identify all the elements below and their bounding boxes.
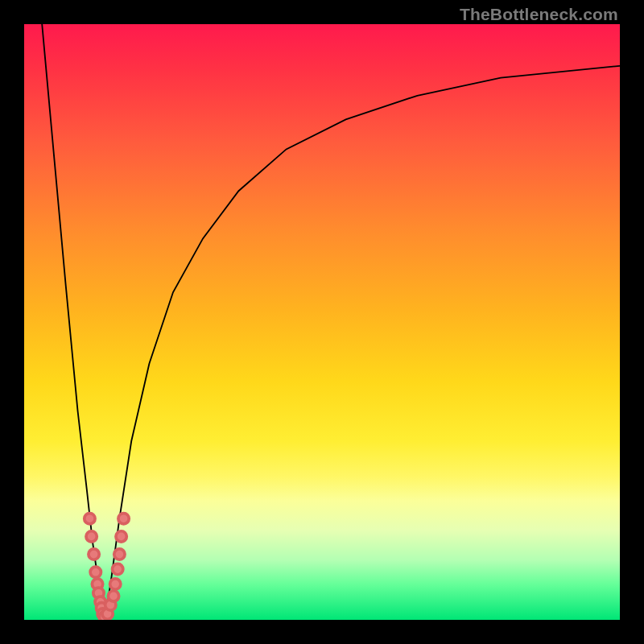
curve-right	[105, 66, 620, 620]
data-point	[110, 579, 121, 589]
chart-frame: TheBottleneck.com	[0, 0, 644, 644]
data-point	[116, 531, 126, 542]
data-point	[113, 564, 123, 574]
data-point	[118, 514, 129, 524]
plot-area	[24, 24, 620, 620]
curve-left	[42, 24, 105, 620]
data-point	[86, 531, 97, 542]
curve-svg	[24, 24, 620, 620]
data-point	[90, 567, 101, 577]
data-point	[89, 549, 99, 559]
watermark-text: TheBottleneck.com	[460, 5, 618, 24]
data-point	[108, 591, 118, 601]
data-point	[85, 514, 95, 524]
data-point	[114, 549, 125, 559]
